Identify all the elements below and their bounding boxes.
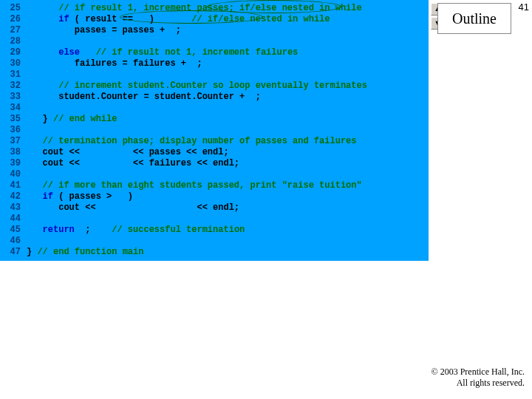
outline-label: Outline: [452, 10, 497, 27]
code-line: 31: [0, 69, 429, 81]
code-line: 42 if ( passes > ): [0, 191, 429, 202]
line-number: 39: [0, 158, 27, 169]
code-line: 30 failures = failures + ;: [0, 58, 429, 69]
line-number: 42: [0, 191, 27, 202]
code-block: 25 // if result 1, increment passes; if/…: [0, 0, 429, 261]
code-line: 26 if ( result == ) // if/else nested in…: [0, 14, 429, 25]
code-content: if ( result == ) // if/else nested in wh…: [27, 14, 429, 25]
line-number: 31: [0, 69, 27, 81]
code-content: // if result 1, increment passes; if/els…: [27, 3, 429, 14]
code-content: } // end while: [27, 114, 429, 125]
line-number: 27: [0, 25, 27, 36]
code-line: 46: [0, 236, 429, 247]
line-number: 46: [0, 236, 27, 247]
code-line: 32 // increment student.Counter so loop …: [0, 81, 429, 92]
code-content: failures = failures + ;: [27, 58, 429, 69]
outline-panel: Outline: [437, 3, 511, 34]
line-number: 33: [0, 92, 27, 103]
code-line: 27 passes = passes + ;: [0, 25, 429, 36]
code-content: // increment student.Counter so loop eve…: [27, 81, 429, 92]
code-content: [27, 69, 429, 81]
code-content: cout << << failures << endl;: [27, 158, 429, 169]
code-line: 43 cout << << endl;: [0, 202, 429, 214]
code-content: [27, 36, 429, 47]
line-number: 29: [0, 47, 27, 58]
code-content: // if more than eight students passed, p…: [27, 180, 429, 191]
code-content: } // end function main: [27, 247, 429, 258]
line-number: 26: [0, 14, 27, 25]
code-line: 47} // end function main: [0, 247, 429, 258]
code-line: 34: [0, 103, 429, 114]
code-content: else // if result not 1, increment failu…: [27, 47, 429, 58]
line-number: 35: [0, 114, 27, 125]
line-number: 30: [0, 58, 27, 69]
line-number: 38: [0, 147, 27, 158]
code-content: [27, 169, 429, 180]
line-number: 25: [0, 3, 27, 14]
code-line: 29 else // if result not 1, increment fa…: [0, 47, 429, 58]
line-number: 36: [0, 125, 27, 136]
code-line: 40: [0, 169, 429, 180]
code-line: 39 cout << << failures << endl;: [0, 158, 429, 169]
line-number: 44: [0, 214, 27, 225]
code-content: return ; // successful termination: [27, 225, 429, 236]
code-line: 45 return ; // successful termination: [0, 225, 429, 236]
code-line: 25 // if result 1, increment passes; if/…: [0, 3, 429, 14]
code-line: 41 // if more than eight students passed…: [0, 180, 429, 191]
code-content: student.Counter = student.Counter + ;: [27, 92, 429, 103]
line-number: 47: [0, 247, 27, 258]
footer-line-1: © 2003 Prentice Hall, Inc.: [432, 366, 525, 378]
footer-line-2: All rights reserved.: [432, 378, 525, 389]
code-content: cout << << endl;: [27, 202, 429, 214]
line-number: 28: [0, 36, 27, 47]
line-number: 37: [0, 136, 27, 147]
line-number: 40: [0, 169, 27, 180]
code-content: passes = passes + ;: [27, 25, 429, 36]
code-line: 38 cout << << passes << endl;: [0, 147, 429, 158]
code-content: // termination phase; display number of …: [27, 136, 429, 147]
copyright-footer: © 2003 Prentice Hall, Inc. All rights re…: [432, 366, 525, 389]
line-number: 45: [0, 225, 27, 236]
code-line: 33 student.Counter = student.Counter + ;: [0, 92, 429, 103]
code-line: 35 } // end while: [0, 114, 429, 125]
code-content: [27, 125, 429, 136]
code-line: 36: [0, 125, 429, 136]
code-line: 37 // termination phase; display number …: [0, 136, 429, 147]
code-content: [27, 103, 429, 114]
code-content: if ( passes > ): [27, 191, 429, 202]
line-number: 32: [0, 81, 27, 92]
line-number: 41: [0, 180, 27, 191]
code-content: [27, 214, 429, 225]
code-line: 44: [0, 214, 429, 225]
code-content: cout << << passes << endl;: [27, 147, 429, 158]
line-number: 43: [0, 202, 27, 214]
code-line: 28: [0, 36, 429, 47]
code-content: [27, 236, 429, 247]
line-number: 34: [0, 103, 27, 114]
slide-number: 41: [519, 1, 529, 13]
